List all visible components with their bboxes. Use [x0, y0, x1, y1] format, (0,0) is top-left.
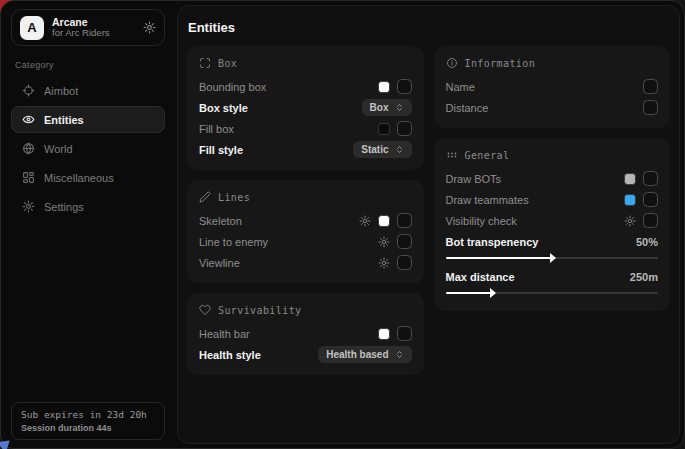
- row-label: Visibility check: [446, 215, 517, 227]
- card-general-header: General: [446, 148, 659, 162]
- scan-brackets-icon: [199, 57, 211, 69]
- color-swatch[interactable]: [378, 81, 390, 93]
- card-information: Information Name Distance: [434, 46, 671, 128]
- fill-style-dropdown[interactable]: Static: [353, 141, 411, 158]
- setting-row-draw-bots: Draw BOTs: [446, 168, 659, 189]
- row-label: Distance: [446, 102, 489, 114]
- row-label: Box style: [199, 102, 248, 114]
- checkbox[interactable]: [643, 213, 658, 228]
- crosshair-icon: [22, 84, 35, 97]
- app-title-block: Arcane for Arc Riders: [52, 16, 135, 39]
- checkbox[interactable]: [643, 100, 658, 115]
- slider-value: 50%: [636, 236, 658, 248]
- row-label: Name: [446, 81, 475, 93]
- sidebar-item-world[interactable]: World: [11, 135, 165, 162]
- app-header-card: A Arcane for Arc Riders: [11, 9, 165, 46]
- checkbox[interactable]: [397, 255, 412, 270]
- row-label: Health bar: [199, 328, 250, 340]
- sidebar-item-settings[interactable]: Settings: [11, 193, 165, 220]
- sidebar-item-label: World: [44, 143, 73, 155]
- card-box: Box Bounding box Box style Box: [187, 46, 424, 170]
- dropdown-value: Health based: [326, 349, 388, 360]
- app-subtitle: for Arc Riders: [52, 28, 135, 39]
- setting-row-draw-teammates: Draw teammates: [446, 189, 659, 210]
- gear-icon[interactable]: [359, 215, 371, 227]
- page-title: Entities: [178, 6, 679, 46]
- left-column: Box Bounding box Box style Box: [187, 46, 424, 375]
- chevrons-up-down-icon: [395, 103, 404, 112]
- card-title: Lines: [218, 192, 250, 203]
- box-style-dropdown[interactable]: Box: [362, 99, 412, 116]
- setting-row-line-to-enemy: Line to enemy: [199, 231, 412, 252]
- row-label: Line to enemy: [199, 236, 268, 248]
- checkbox[interactable]: [643, 171, 658, 186]
- gear-icon[interactable]: [378, 236, 390, 248]
- sidebar-item-label: Miscellaneous: [44, 172, 114, 184]
- setting-row-fill-style: Fill style Static: [199, 139, 412, 160]
- sidebar: A Arcane for Arc Riders Category Aimbot …: [1, 1, 175, 448]
- slider-fill: [446, 292, 493, 294]
- setting-row-max-distance: Max distance 250m: [446, 266, 659, 287]
- card-lines: Lines Skeleton Line to enemy: [187, 180, 424, 283]
- dropdown-value: Box: [370, 102, 389, 113]
- entities-icon: [22, 113, 35, 126]
- color-swatch[interactable]: [378, 328, 390, 340]
- gear-icon: [22, 200, 35, 213]
- card-general: General Draw BOTs Draw teammates: [434, 138, 671, 311]
- gear-icon[interactable]: [378, 257, 390, 269]
- card-information-header: Information: [446, 56, 659, 70]
- checkbox[interactable]: [397, 121, 412, 136]
- checkbox[interactable]: [397, 79, 412, 94]
- card-title: General: [465, 150, 510, 161]
- row-label: Skeleton: [199, 215, 242, 227]
- setting-row-name: Name: [446, 76, 659, 97]
- max-distance-slider[interactable]: [446, 288, 659, 298]
- checkbox[interactable]: [397, 213, 412, 228]
- sidebar-item-miscellaneous[interactable]: Miscellaneous: [11, 164, 165, 191]
- color-swatch[interactable]: [378, 123, 390, 135]
- setting-row-viewline: Viewline: [199, 252, 412, 273]
- sidebar-item-aimbot[interactable]: Aimbot: [11, 77, 165, 104]
- row-label: Fill style: [199, 144, 243, 156]
- row-label: Max distance: [446, 271, 515, 283]
- setting-row-visibility-check: Visibility check: [446, 210, 659, 231]
- dropdown-value: Static: [361, 144, 388, 155]
- row-label: Viewline: [199, 257, 240, 269]
- slider-knob[interactable]: [550, 253, 556, 263]
- card-title: Information: [465, 58, 536, 69]
- sidebar-item-entities[interactable]: Entities: [11, 106, 165, 133]
- dots-grid-icon: [446, 149, 458, 161]
- color-swatch[interactable]: [378, 215, 390, 227]
- setting-row-bounding-box: Bounding box: [199, 76, 412, 97]
- slider-knob[interactable]: [490, 288, 496, 298]
- checkbox[interactable]: [397, 234, 412, 249]
- color-swatch[interactable]: [624, 194, 636, 206]
- right-column: Information Name Distance: [434, 46, 671, 311]
- gear-icon[interactable]: [143, 21, 156, 34]
- sub-expiry-text: Sub expires in 23d 20h: [21, 409, 155, 420]
- setting-row-fill-box: Fill box: [199, 118, 412, 139]
- checkbox[interactable]: [643, 79, 658, 94]
- info-icon: [446, 57, 458, 69]
- row-label: Health style: [199, 349, 261, 361]
- app-logo: A: [20, 16, 44, 40]
- health-style-dropdown[interactable]: Health based: [318, 346, 411, 363]
- row-label: Bounding box: [199, 81, 266, 93]
- card-title: Survivability: [218, 305, 301, 316]
- color-swatch[interactable]: [624, 173, 636, 185]
- sidebar-item-label: Aimbot: [44, 85, 78, 97]
- setting-row-bot-transparency: Bot transpenency 50%: [446, 231, 659, 252]
- checkbox[interactable]: [643, 192, 658, 207]
- card-survivability: Survivability Health bar Health style He…: [187, 293, 424, 375]
- content-columns: Box Bounding box Box style Box: [178, 46, 679, 375]
- setting-row-health-bar: Health bar: [199, 323, 412, 344]
- checkbox[interactable]: [397, 326, 412, 341]
- bot-transparency-slider[interactable]: [446, 253, 659, 263]
- setting-row-skeleton: Skeleton: [199, 210, 412, 231]
- sidebar-item-label: Settings: [44, 201, 84, 213]
- gear-icon[interactable]: [624, 215, 636, 227]
- card-box-header: Box: [199, 56, 412, 70]
- dashboard-grid-icon: [22, 171, 35, 184]
- setting-row-box-style: Box style Box: [199, 97, 412, 118]
- app-window: A Arcane for Arc Riders Category Aimbot …: [0, 0, 685, 449]
